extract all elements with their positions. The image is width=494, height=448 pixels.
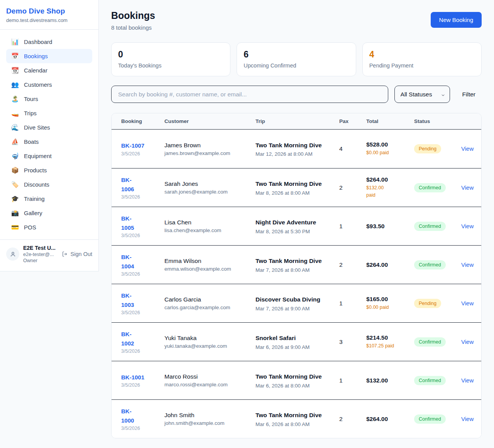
total-cell: $264.00 bbox=[366, 261, 414, 268]
pax-cell: 2 bbox=[339, 184, 366, 191]
sidebar-item-trips[interactable]: 🚤 Trips bbox=[6, 106, 92, 120]
trip-datetime: Mar 7, 2026 at 8:00 AM bbox=[255, 267, 339, 273]
pax-cell: 2 bbox=[339, 261, 366, 268]
sidebar-item-discounts[interactable]: 🏷️ Discounts bbox=[6, 177, 92, 192]
table-row: BK-1007 3/5/2026 James Brown james.brown… bbox=[112, 130, 481, 168]
brand-domain: demo.test.divestreams.com bbox=[6, 17, 92, 23]
customer-name: Sarah Jones bbox=[164, 180, 255, 187]
column-header-total: Total bbox=[366, 118, 414, 124]
sidebar-item-boats[interactable]: ⛵ Boats bbox=[6, 135, 92, 149]
pax-cell: 1 bbox=[339, 377, 366, 384]
customer-cell: Marco Rossi marco.rossi@example.com bbox=[164, 373, 255, 387]
dashboard-icon: 📊 bbox=[11, 39, 19, 45]
status-cell: Confirmed bbox=[414, 376, 461, 385]
total-cell: $528.00 $0.00 paid bbox=[366, 141, 414, 157]
customer-cell: John Smith john.smith@example.com bbox=[164, 412, 255, 426]
pax-cell: 2 bbox=[339, 416, 366, 423]
sidebar-item-label: Tours bbox=[24, 96, 38, 102]
sidebar-item-bookings[interactable]: 📅 Bookings bbox=[6, 49, 92, 63]
customer-cell: James Brown james.brown@example.com bbox=[164, 142, 255, 156]
stat-label: Today's Bookings bbox=[118, 62, 223, 69]
booking-id-link[interactable]: BK-1000 bbox=[121, 407, 164, 425]
booking-id-link[interactable]: BK-1005 bbox=[121, 214, 164, 232]
booking-id-link[interactable]: BK-1006 bbox=[121, 175, 164, 194]
sidebar-item-label: Dashboard bbox=[24, 39, 52, 45]
customer-name: Carlos Garcia bbox=[164, 296, 255, 303]
sidebar-item-products[interactable]: 📦 Products bbox=[6, 163, 92, 177]
status-cell: Confirmed bbox=[414, 222, 461, 231]
view-link[interactable]: View bbox=[461, 416, 474, 422]
sidebar-item-label: Gallery bbox=[24, 210, 42, 216]
dive-sites-icon: 🌊 bbox=[11, 125, 19, 131]
boats-icon: ⛵ bbox=[11, 139, 19, 145]
view-link[interactable]: View bbox=[461, 377, 474, 384]
sidebar-item-label: Bookings bbox=[24, 53, 48, 59]
customer-name: James Brown bbox=[164, 142, 255, 149]
view-link[interactable]: View bbox=[461, 339, 474, 345]
sidebar-item-training[interactable]: 🎓 Training bbox=[6, 192, 92, 206]
booking-id-link[interactable]: BK-1002 bbox=[121, 330, 164, 348]
sidebar-item-dive-sites[interactable]: 🌊 Dive Sites bbox=[6, 120, 92, 135]
sidebar-item-gallery[interactable]: 📸 Gallery bbox=[6, 206, 92, 220]
trip-name: Two Tank Morning Dive bbox=[255, 411, 322, 419]
view-link[interactable]: View bbox=[461, 261, 474, 268]
paid-amount: $0.00 paid bbox=[366, 149, 414, 157]
column-header-customer: Customer bbox=[164, 118, 255, 124]
paid-amount: $132.00 paid bbox=[366, 184, 414, 199]
sidebar-item-label: Equipment bbox=[24, 153, 52, 159]
person-icon bbox=[10, 251, 16, 258]
sidebar-item-dashboard[interactable]: 📊 Dashboard bbox=[6, 35, 92, 49]
customer-email: james.brown@example.com bbox=[164, 150, 255, 156]
status-cell: Pending bbox=[414, 144, 461, 153]
actions-cell: View bbox=[461, 261, 474, 268]
booking-id-link[interactable]: BK-1001 bbox=[121, 373, 164, 382]
customer-cell: Lisa Chen lisa.chen@example.com bbox=[164, 219, 255, 233]
sidebar-item-label: POS bbox=[24, 224, 36, 231]
status-badge: Confirmed bbox=[414, 337, 446, 347]
status-cell: Confirmed bbox=[414, 337, 461, 347]
pax-cell: 1 bbox=[339, 223, 366, 230]
booking-cell: BK-1000 3/5/2026 bbox=[121, 407, 164, 431]
total-cell: $214.50 $107.25 paid bbox=[366, 334, 414, 350]
sidebar-item-calendar[interactable]: 📆 Calendar bbox=[6, 63, 92, 77]
booking-id-link[interactable]: BK-1003 bbox=[121, 291, 164, 309]
customer-cell: Carlos Garcia carlos.garcia@example.com bbox=[164, 296, 255, 310]
total-cell: $264.00 $132.00 paid bbox=[366, 176, 414, 199]
sidebar-item-customers[interactable]: 👥 Customers bbox=[6, 77, 92, 92]
trip-cell: Two Tank Morning Dive Mar 7, 2026 at 8:0… bbox=[255, 256, 339, 273]
sidebar-item-tours[interactable]: 🏝️ Tours bbox=[6, 92, 92, 106]
trip-cell: Discover Scuba Diving Mar 7, 2026 at 9:0… bbox=[255, 295, 339, 311]
trip-datetime: Mar 8, 2026 at 8:00 AM bbox=[255, 190, 339, 196]
view-link[interactable]: View bbox=[461, 223, 474, 229]
total-amount: $264.00 bbox=[366, 176, 414, 183]
status-filter-select[interactable]: All Statuses bbox=[394, 86, 450, 103]
trip-name: Two Tank Morning Dive bbox=[255, 141, 322, 150]
filter-button[interactable]: Filter bbox=[456, 91, 482, 98]
pax-cell: 4 bbox=[339, 145, 366, 152]
booking-id-link[interactable]: BK-1007 bbox=[121, 141, 164, 150]
trip-datetime: Mar 6, 2026 at 8:00 AM bbox=[255, 383, 339, 389]
user-section: E2E Test U... e2e-tester@... Owner Sign … bbox=[0, 240, 98, 271]
total-cell: $264.00 bbox=[366, 416, 414, 423]
trip-name: Snorkel Safari bbox=[255, 333, 322, 342]
sidebar-item-pos[interactable]: 💳 POS bbox=[6, 220, 92, 234]
status-badge: Confirmed bbox=[414, 376, 446, 385]
stat-value: 6 bbox=[244, 49, 349, 60]
booking-id-link[interactable]: BK-1004 bbox=[121, 253, 164, 271]
trip-cell: Two Tank Morning Dive Mar 12, 2026 at 8:… bbox=[255, 141, 339, 157]
table-row: BK-1004 3/5/2026 Emma Wilson emma.wilson… bbox=[112, 245, 481, 284]
view-link[interactable]: View bbox=[461, 145, 474, 152]
actions-cell: View bbox=[461, 300, 474, 307]
customer-cell: Sarah Jones sarah.jones@example.com bbox=[164, 180, 255, 195]
trip-name: Two Tank Morning Dive bbox=[255, 256, 322, 265]
sign-out-button[interactable]: Sign Out bbox=[62, 251, 92, 257]
actions-cell: View bbox=[461, 223, 474, 230]
booking-date: 3/5/2026 bbox=[121, 271, 164, 277]
new-booking-button[interactable]: New Booking bbox=[431, 12, 482, 28]
view-link[interactable]: View bbox=[461, 300, 474, 307]
products-icon: 📦 bbox=[11, 167, 19, 173]
sidebar-item-equipment[interactable]: 🤿 Equipment bbox=[6, 149, 92, 163]
stat-label: Upcoming Confirmed bbox=[244, 62, 349, 69]
view-link[interactable]: View bbox=[461, 184, 474, 191]
search-input[interactable] bbox=[111, 86, 388, 103]
